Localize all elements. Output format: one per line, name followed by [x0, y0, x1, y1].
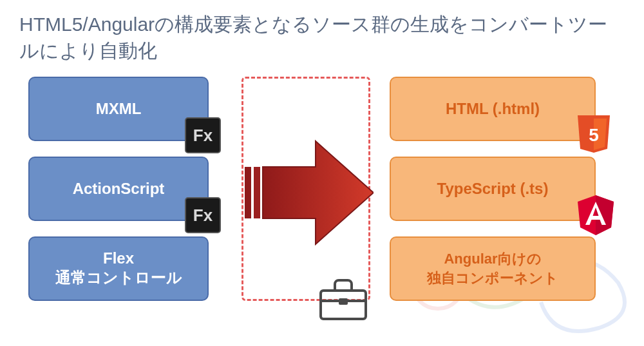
- box-label-line2: 通常コントロール: [55, 267, 182, 288]
- conversion-diagram: MXML Fx ActionScript Fx Flex 通常コントロール: [0, 70, 644, 334]
- flex-fx-icon: Fx: [184, 117, 222, 154]
- page-title: HTML5/Angularの構成要素となるソース群の生成をコンバートツールにより…: [0, 0, 644, 70]
- html5-icon: 5: [575, 113, 612, 155]
- angular-icon: [576, 194, 616, 236]
- box-label-line1: Angular向けの: [444, 249, 541, 269]
- svg-rect-6: [339, 298, 348, 305]
- mxml-box: MXML Fx: [28, 77, 209, 141]
- svg-rect-4: [245, 167, 251, 218]
- box-label: ActionScript: [73, 180, 165, 198]
- box-label: HTML (.html): [446, 100, 540, 118]
- box-label-line2: 独自コンポーネント: [427, 269, 558, 288]
- svg-rect-5: [254, 167, 260, 218]
- svg-text:5: 5: [589, 125, 599, 145]
- target-column: HTML (.html) 5 TypeScript (.ts) Angular向…: [390, 77, 602, 301]
- angular-component-box: Angular向けの 独自コンポーネント: [390, 236, 596, 301]
- typescript-box: TypeScript (.ts): [390, 157, 596, 221]
- toolbox-icon: [316, 271, 371, 322]
- box-label-line1: Flex: [103, 249, 134, 267]
- flex-control-box: Flex 通常コントロール: [28, 236, 209, 301]
- box-label: TypeScript (.ts): [437, 180, 549, 198]
- convert-arrow-icon: [245, 122, 374, 264]
- box-label: MXML: [96, 100, 142, 118]
- actionscript-box: ActionScript Fx: [28, 157, 209, 221]
- html-box: HTML (.html) 5: [390, 77, 596, 141]
- svg-text:Fx: Fx: [193, 206, 213, 225]
- source-column: MXML Fx ActionScript Fx Flex 通常コントロール: [28, 77, 222, 301]
- svg-text:Fx: Fx: [193, 126, 213, 145]
- flex-fx-icon: Fx: [184, 197, 222, 234]
